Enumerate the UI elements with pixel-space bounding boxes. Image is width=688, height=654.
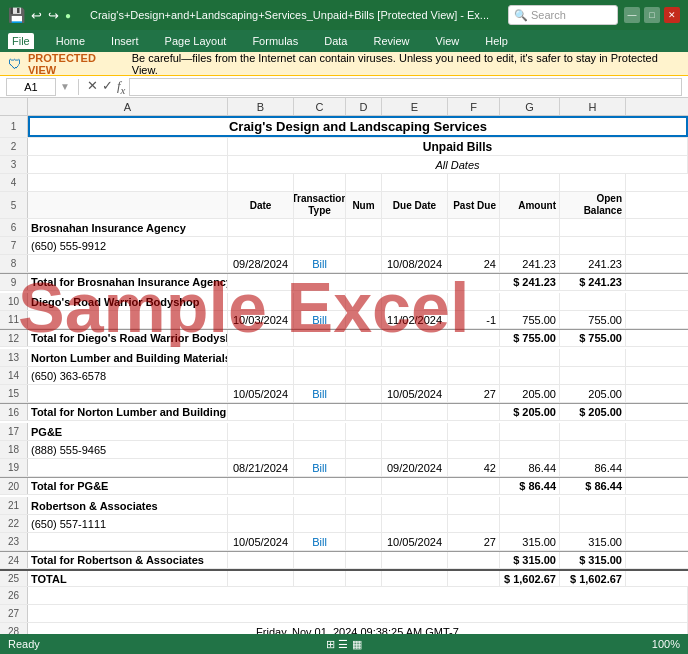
- cell-A11[interactable]: [28, 311, 228, 328]
- col-header-C[interactable]: C: [294, 98, 346, 115]
- cell-C19[interactable]: Bill: [294, 459, 346, 476]
- cell-C6[interactable]: [294, 219, 346, 236]
- cell-E22[interactable]: [382, 515, 448, 532]
- cell-H5[interactable]: Open Balance: [560, 192, 626, 218]
- cell-E25[interactable]: [382, 571, 448, 586]
- cell-F17[interactable]: [448, 423, 500, 440]
- cell-C16[interactable]: [294, 404, 346, 420]
- cell-E16[interactable]: [382, 404, 448, 420]
- cell-B24[interactable]: [228, 552, 294, 568]
- cell-H10[interactable]: [560, 293, 626, 310]
- cell-E7[interactable]: [382, 237, 448, 254]
- tab-data[interactable]: Data: [320, 33, 351, 49]
- cell-C8[interactable]: Bill: [294, 255, 346, 272]
- cell-E21[interactable]: [382, 497, 448, 514]
- cell-C18[interactable]: [294, 441, 346, 458]
- cell-E12[interactable]: [382, 330, 448, 346]
- cell-D21[interactable]: [346, 497, 382, 514]
- cell-A8[interactable]: [28, 255, 228, 272]
- col-header-D[interactable]: D: [346, 98, 382, 115]
- cell-A10[interactable]: Diego's Road Warrior Bodyshop: [28, 293, 228, 310]
- cell-F23[interactable]: 27: [448, 533, 500, 550]
- cell-G8[interactable]: 241.23: [500, 255, 560, 272]
- cell-D17[interactable]: [346, 423, 382, 440]
- col-header-A[interactable]: A: [28, 98, 228, 115]
- cell-E8[interactable]: 10/08/2024: [382, 255, 448, 272]
- cell-A19[interactable]: [28, 459, 228, 476]
- cell-D9[interactable]: [346, 274, 382, 290]
- cell-B18[interactable]: [228, 441, 294, 458]
- cell-B22[interactable]: [228, 515, 294, 532]
- cell-D25[interactable]: [346, 571, 382, 586]
- cell-F12[interactable]: [448, 330, 500, 346]
- cell-H6[interactable]: [560, 219, 626, 236]
- undo-icon[interactable]: ↩: [31, 8, 42, 23]
- cell-F5[interactable]: Past Due: [448, 192, 500, 218]
- cell-B23[interactable]: 10/05/2024: [228, 533, 294, 550]
- cell-D5[interactable]: Num: [346, 192, 382, 218]
- cell-C14[interactable]: [294, 367, 346, 384]
- cell-E10[interactable]: [382, 293, 448, 310]
- cell-G9[interactable]: $ 241.23: [500, 274, 560, 290]
- cell-A21[interactable]: Robertson & Associates: [28, 497, 228, 514]
- cell-B9[interactable]: [228, 274, 294, 290]
- cell-A2[interactable]: [28, 138, 228, 155]
- cell-E6[interactable]: [382, 219, 448, 236]
- cell-G6[interactable]: [500, 219, 560, 236]
- cell-F10[interactable]: [448, 293, 500, 310]
- cell-C17[interactable]: [294, 423, 346, 440]
- cell-D8[interactable]: [346, 255, 382, 272]
- cell-F7[interactable]: [448, 237, 500, 254]
- cell-F14[interactable]: [448, 367, 500, 384]
- cell-F15[interactable]: 27: [448, 385, 500, 402]
- redo-icon[interactable]: ↪: [48, 8, 59, 23]
- cell-A1[interactable]: Craig's Design and Landscaping Services: [28, 116, 688, 137]
- cell-A27[interactable]: [28, 605, 688, 622]
- cell-D13[interactable]: [346, 349, 382, 366]
- cell-H17[interactable]: [560, 423, 626, 440]
- insert-function-icon[interactable]: fx: [117, 78, 125, 96]
- cell-G11[interactable]: 755.00: [500, 311, 560, 328]
- cell-A18[interactable]: (888) 555-9465: [28, 441, 228, 458]
- cell-A16[interactable]: Total for Norton Lumber and Building Mat…: [28, 404, 228, 420]
- tab-formulas[interactable]: Formulas: [248, 33, 302, 49]
- cell-F19[interactable]: 42: [448, 459, 500, 476]
- cell-C4[interactable]: [294, 174, 346, 191]
- cell-H4[interactable]: [560, 174, 626, 191]
- cell-B21[interactable]: [228, 497, 294, 514]
- cell-G10[interactable]: [500, 293, 560, 310]
- tab-help[interactable]: Help: [481, 33, 512, 49]
- search-box[interactable]: 🔍 Search: [508, 5, 618, 25]
- cell-B25[interactable]: [228, 571, 294, 586]
- cell-D20[interactable]: [346, 478, 382, 494]
- tab-insert[interactable]: Insert: [107, 33, 143, 49]
- cell-G7[interactable]: [500, 237, 560, 254]
- cell-H20[interactable]: $ 86.44: [560, 478, 626, 494]
- cell-B20[interactable]: [228, 478, 294, 494]
- cell-C12[interactable]: [294, 330, 346, 346]
- cell-F13[interactable]: [448, 349, 500, 366]
- cell-A22[interactable]: (650) 557-1111: [28, 515, 228, 532]
- cell-B4[interactable]: [228, 174, 294, 191]
- cell-E19[interactable]: 09/20/2024: [382, 459, 448, 476]
- cell-A4[interactable]: [28, 174, 228, 191]
- cell-D23[interactable]: [346, 533, 382, 550]
- cell-D18[interactable]: [346, 441, 382, 458]
- cell-F25[interactable]: [448, 571, 500, 586]
- cell-A23[interactable]: [28, 533, 228, 550]
- close-button[interactable]: ✕: [664, 7, 680, 23]
- cell-B3[interactable]: All Dates: [228, 156, 688, 173]
- cell-G20[interactable]: $ 86.44: [500, 478, 560, 494]
- cell-B15[interactable]: 10/05/2024: [228, 385, 294, 402]
- cell-G25[interactable]: $ 1,602.67: [500, 571, 560, 586]
- cell-C21[interactable]: [294, 497, 346, 514]
- cell-A17[interactable]: PG&E: [28, 423, 228, 440]
- cell-E5[interactable]: Due Date: [382, 192, 448, 218]
- cell-C24[interactable]: [294, 552, 346, 568]
- cell-G14[interactable]: [500, 367, 560, 384]
- cell-B11[interactable]: 10/03/2024: [228, 311, 294, 328]
- confirm-formula-icon[interactable]: ✓: [102, 78, 113, 96]
- cell-E11[interactable]: 11/02/2024: [382, 311, 448, 328]
- cell-D10[interactable]: [346, 293, 382, 310]
- cell-F4[interactable]: [448, 174, 500, 191]
